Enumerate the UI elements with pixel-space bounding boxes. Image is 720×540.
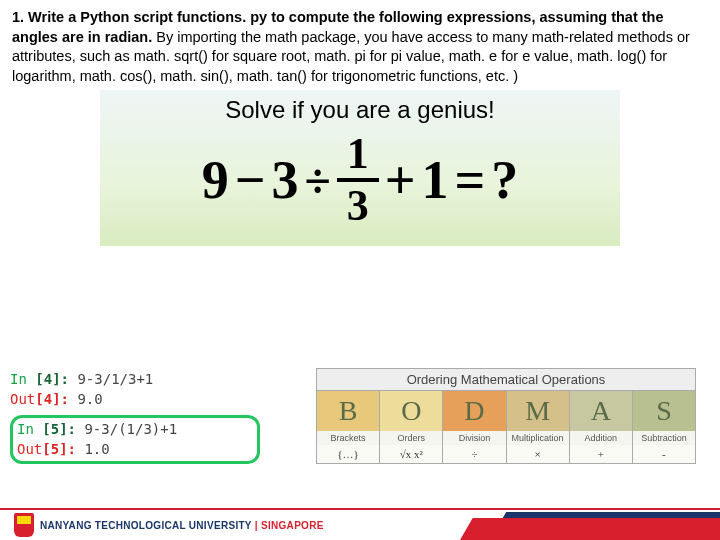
eq-minus: − bbox=[235, 149, 266, 211]
highlighted-code: In [5]: 9-3/(1/3)+1 Out[5]: 1.0 bbox=[10, 415, 260, 464]
code-output: In [4]: 9-3/1/3+1 Out[4]: 9.0 In [5]: 9-… bbox=[10, 370, 260, 464]
genius-panel: Solve if you are a genius! 9 − 3 ÷ 1 3 +… bbox=[100, 90, 620, 246]
word-division: Division bbox=[443, 431, 506, 445]
logo-text: NANYANG TECHNOLOGICAL UNIVERSITY | SINGA… bbox=[40, 520, 324, 531]
university-logo: NANYANG TECHNOLOGICAL UNIVERSITY | SINGA… bbox=[14, 513, 324, 537]
sym-division: ÷ bbox=[443, 445, 506, 463]
eq-9: 9 bbox=[202, 149, 229, 211]
bodmas-title: Ordering Mathematical Operations bbox=[317, 369, 695, 391]
word-orders: Orders bbox=[380, 431, 443, 445]
eq-3: 3 bbox=[271, 149, 298, 211]
sym-addition: + bbox=[570, 445, 633, 463]
footer-stripe-red bbox=[460, 518, 720, 540]
bodmas-words-row: Brackets Orders Division Multiplication … bbox=[317, 431, 695, 445]
sym-brackets: {…} bbox=[317, 445, 380, 463]
code-line-1: In [4]: 9-3/1/3+1 bbox=[10, 370, 260, 390]
eq-fraction: 1 3 bbox=[337, 132, 379, 228]
footer: NANYANG TECHNOLOGICAL UNIVERSITY | SINGA… bbox=[0, 508, 720, 540]
eq-divide: ÷ bbox=[304, 153, 330, 208]
bodmas-a: A bbox=[570, 391, 633, 431]
code-line-4: Out[5]: 1.0 bbox=[17, 440, 177, 460]
bodmas-letters-row: B O D M A S bbox=[317, 391, 695, 431]
eq-1: 1 bbox=[422, 149, 449, 211]
sym-orders: √x x² bbox=[380, 445, 443, 463]
eq-equals: = bbox=[455, 149, 486, 211]
word-addition: Addition bbox=[570, 431, 633, 445]
logo-crest-icon bbox=[14, 513, 34, 537]
word-multiplication: Multiplication bbox=[507, 431, 570, 445]
question-text: 1. Write a Python script functions. py t… bbox=[0, 0, 720, 90]
eq-numerator: 1 bbox=[337, 132, 379, 182]
word-subtraction: Subtraction bbox=[633, 431, 695, 445]
word-brackets: Brackets bbox=[317, 431, 380, 445]
code-line-2: Out[4]: 9.0 bbox=[10, 390, 260, 410]
genius-title: Solve if you are a genius! bbox=[100, 96, 620, 124]
bodmas-s: S bbox=[633, 391, 695, 431]
logo-divider: | bbox=[255, 520, 258, 531]
bodmas-m: M bbox=[507, 391, 570, 431]
bodmas-o: O bbox=[380, 391, 443, 431]
bodmas-b: B bbox=[317, 391, 380, 431]
bodmas-d: D bbox=[443, 391, 506, 431]
code-line-3: In [5]: 9-3/(1/3)+1 bbox=[17, 420, 177, 440]
eq-plus: + bbox=[385, 149, 416, 211]
eq-denominator: 3 bbox=[347, 182, 369, 228]
eq-question: ? bbox=[491, 149, 518, 211]
bodmas-symbols-row: {…} √x x² ÷ × + - bbox=[317, 445, 695, 463]
sym-subtraction: - bbox=[633, 445, 695, 463]
equation: 9 − 3 ÷ 1 3 + 1 = ? bbox=[202, 132, 519, 228]
bodmas-table: Ordering Mathematical Operations B O D M… bbox=[316, 368, 696, 464]
sym-multiplication: × bbox=[507, 445, 570, 463]
